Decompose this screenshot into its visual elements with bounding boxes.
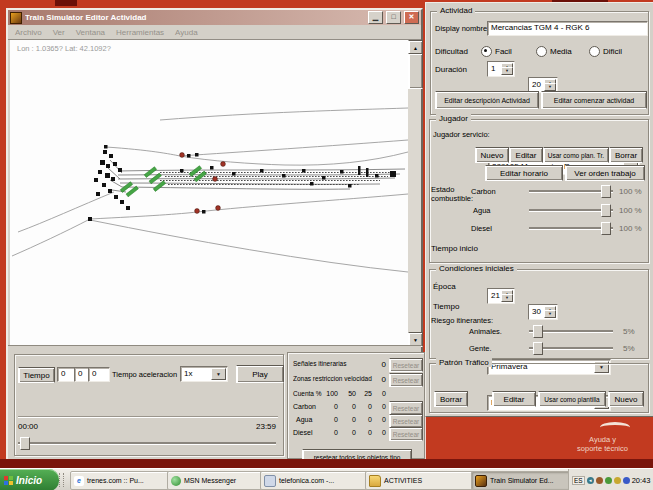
cell: 0 [372, 429, 386, 436]
start-button[interactable]: Inicio [0, 469, 59, 490]
time-seconds-field[interactable]: 0 [88, 367, 110, 382]
taskbar-item-train-simulator[interactable]: Train Simulator Ed... [471, 471, 579, 490]
patron-editar-button[interactable]: Editar [492, 391, 536, 407]
tiempo-button[interactable]: Tiempo [18, 367, 55, 383]
editar-comenzar-button[interactable]: Editar comenzar actividad [541, 91, 647, 109]
timeline-track[interactable] [18, 442, 276, 445]
accel-label: Tiempo aceleracion [112, 370, 177, 379]
senales-value: 0 [376, 360, 386, 369]
help-line: Ayuda y [560, 435, 645, 444]
taskbar: Inicio e trenes.com :: Pu... MSN Messeng… [0, 468, 653, 490]
tray-icon[interactable] [596, 477, 603, 484]
radio-facil[interactable]: Facil [481, 46, 512, 57]
editar-horario-button[interactable]: Editar horario [485, 165, 563, 181]
servicio-plantilla-button[interactable]: Usar como plan. Tr. [543, 147, 609, 163]
agua-reset-button[interactable]: Resetear [389, 414, 423, 428]
carbon-slider[interactable] [529, 184, 613, 197]
carbon-reset-button[interactable]: Resetear [389, 401, 423, 415]
taskbar-item-messenger[interactable]: MSN Messenger [167, 471, 263, 490]
scroll-thumb[interactable] [408, 53, 423, 89]
menu-ayuda[interactable]: Ayuda [175, 28, 198, 37]
timeline-thumb[interactable] [20, 437, 30, 450]
menu-ver[interactable]: Ver [53, 28, 65, 37]
display-nombre-input[interactable]: Mercancias TGM 4 - RGK 6 [487, 21, 648, 36]
animales-percent: 5% [623, 327, 635, 336]
servicio-borrar-button[interactable]: Borrar [609, 147, 643, 163]
help-support-link[interactable]: Ayuda y soporte técnico [560, 435, 645, 453]
diesel-slider[interactable] [529, 221, 613, 234]
fuel-row-label: Diesel [293, 429, 312, 436]
epoca-label: Época [433, 282, 456, 291]
tray-icon[interactable] [614, 477, 621, 484]
animales-slider[interactable] [529, 324, 613, 337]
taskbar-item-activities-folder[interactable]: ACTIVITIES [365, 471, 475, 490]
slider-thumb[interactable] [601, 204, 611, 217]
language-indicator[interactable]: ES [572, 476, 585, 485]
patron-plantilla-button[interactable]: Usar como plantilla [538, 391, 606, 407]
menu-archivo[interactable]: Archivo [15, 28, 42, 37]
editar-descripcion-button[interactable]: Editar descripción Actividad [435, 91, 539, 109]
spin-down-icon[interactable]: ▼ [544, 83, 556, 91]
radio-dificil[interactable]: Dificil [589, 46, 622, 57]
servicio-editar-button[interactable]: Editar [509, 147, 543, 163]
spin-down-icon[interactable]: ▼ [501, 67, 513, 75]
slider-thumb[interactable] [601, 222, 611, 235]
app-icon [10, 12, 22, 24]
timeline-slider[interactable] [18, 436, 276, 449]
menu-herramientas[interactable]: Herramientas [116, 28, 164, 37]
patron-borrar-button[interactable]: Borrar [434, 391, 468, 407]
map-viewport[interactable]: Lon : 1.0365? Lat: 42.1092? [10, 40, 408, 345]
webpage-icon [264, 475, 276, 487]
agua-slider[interactable] [529, 203, 613, 216]
cell: 0 [356, 403, 372, 410]
radio-label: Dificil [603, 47, 622, 56]
chevron-down-icon[interactable]: ▼ [211, 368, 226, 380]
play-button[interactable]: Play [236, 365, 284, 383]
slider-thumb[interactable] [533, 342, 543, 355]
quicklaunch-grip[interactable] [59, 473, 64, 487]
slider-thumb[interactable] [601, 185, 611, 198]
browser-icon: e [74, 476, 84, 486]
servicio-nuevo-button[interactable]: Nuevo [475, 147, 509, 163]
slider-thumb[interactable] [533, 325, 543, 338]
radio-icon[interactable] [481, 46, 492, 57]
duracion-hours-spinner[interactable]: 1 ▲▼ [487, 61, 515, 77]
tiempo-cond-label: Tiempo [433, 302, 459, 311]
cell: 0 [356, 429, 372, 436]
radio-label: Facil [495, 47, 512, 56]
tray-icon[interactable] [623, 477, 630, 484]
menu-ventana[interactable]: Ventana [76, 28, 105, 37]
accel-dropdown[interactable]: 1x ▼ [180, 366, 228, 382]
close-button[interactable]: ✕ [404, 11, 419, 24]
gente-slider[interactable] [529, 341, 613, 354]
radio-icon[interactable] [536, 46, 547, 57]
zonas-reset-button[interactable]: Resetear [389, 373, 423, 387]
taskbar-item-trenes[interactable]: e trenes.com :: Pu... [70, 471, 170, 490]
patron-nuevo-button[interactable]: Nuevo [608, 391, 644, 407]
taskbar-item-telefonica[interactable]: telefonica.com -... [260, 471, 368, 490]
display-nombre-label: Display nombre: [435, 24, 489, 33]
fuel-row-label: Agua [296, 416, 312, 423]
timeline-start: 00:00 [18, 422, 38, 431]
clock: 20:43 [632, 476, 651, 485]
cell: 0 [340, 416, 356, 423]
radio-media[interactable]: Media [536, 46, 572, 57]
radio-icon[interactable] [589, 46, 600, 57]
hide-icons-chevron-icon[interactable]: ◂ [587, 477, 594, 484]
title-bar[interactable]: Train Simulator Editor Actividad ▁ □ ✕ [8, 10, 421, 25]
map-scrollbar[interactable]: ▲ ▼ [408, 40, 421, 345]
taskbar-item-label: MSN Messenger [184, 477, 236, 484]
editor-window: Train Simulator Editor Actividad ▁ □ ✕ A… [6, 8, 423, 462]
train-sim-icon [475, 475, 487, 487]
diesel-reset-button[interactable]: Resetear [389, 427, 423, 441]
desktop-artifact [55, 0, 77, 6]
diesel-percent: 100 % [619, 224, 642, 233]
minimize-button[interactable]: ▁ [368, 11, 383, 24]
diesel-slider-label: Diesel [471, 224, 492, 233]
senales-reset-button[interactable]: Resetear [389, 358, 423, 372]
maximize-button[interactable]: □ [386, 11, 401, 24]
estado-label2: combustible: [431, 194, 473, 203]
fuel-col-100: 100 [322, 390, 338, 397]
tray-icon[interactable] [605, 477, 612, 484]
ver-orden-button[interactable]: Ver orden trabajo [565, 165, 645, 181]
